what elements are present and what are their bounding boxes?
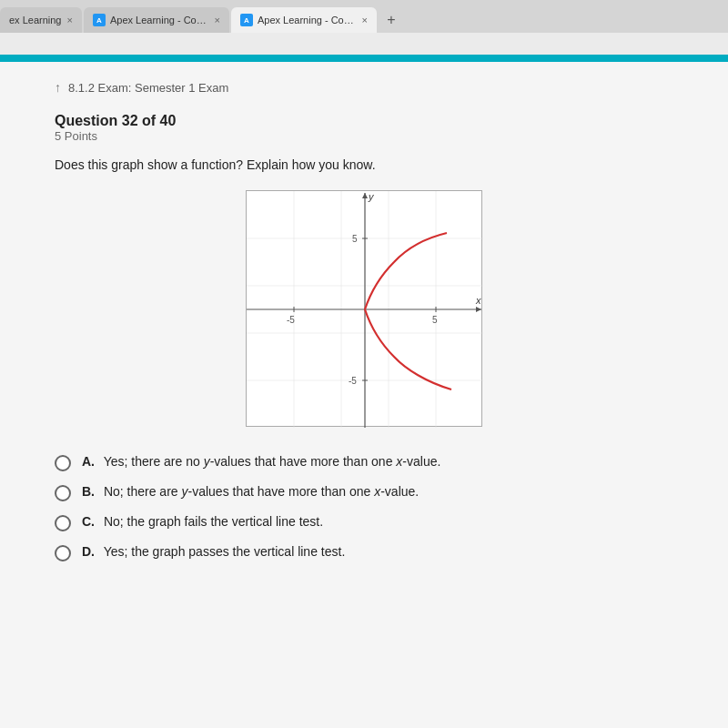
answer-label-d: D. xyxy=(82,544,95,559)
svg-text:y: y xyxy=(368,191,375,202)
breadcrumb-text: 8.1.2 Exam: Semester 1 Exam xyxy=(68,81,228,95)
answer-choice-c[interactable]: C. No; the graph fails the vertical line… xyxy=(55,514,673,531)
tab-3-close[interactable]: × xyxy=(362,15,368,25)
tab-2-title: Apex Learning - Courses xyxy=(110,15,209,25)
answer-choice-b[interactable]: B. No; there are y-values that have more… xyxy=(55,484,673,501)
answer-text-a: A. Yes; there are no y-values that have … xyxy=(82,454,440,469)
answer-label-b: B. xyxy=(82,484,95,499)
answer-label-a: A. xyxy=(82,454,95,469)
radio-a[interactable] xyxy=(55,455,71,471)
svg-marker-9 xyxy=(476,307,481,312)
tab-1-title: ex Learning xyxy=(9,15,62,25)
answer-choices: A. Yes; there are no y-values that have … xyxy=(55,454,673,561)
answer-text-d: D. Yes; the graph passes the vertical li… xyxy=(82,544,345,559)
svg-marker-11 xyxy=(362,193,368,198)
svg-text:5: 5 xyxy=(352,234,358,244)
answer-choice-d[interactable]: D. Yes; the graph passes the vertical li… xyxy=(55,544,673,561)
tab-3[interactable]: A Apex Learning - Courses × xyxy=(231,7,377,33)
browser-chrome: ex Learning × A Apex Learning - Courses … xyxy=(0,0,728,55)
answer-label-c: C. xyxy=(82,514,95,529)
radio-d[interactable] xyxy=(55,545,71,561)
radio-c[interactable] xyxy=(55,515,71,531)
content-area: ↑ 8.1.2 Exam: Semester 1 Exam Question 3… xyxy=(0,62,728,728)
breadcrumb-arrow: ↑ xyxy=(55,80,61,95)
tab-3-icon: A xyxy=(240,14,253,26)
graph-container: x y 5 -5 5 -5 xyxy=(55,190,673,427)
graph-svg: x y 5 -5 5 -5 xyxy=(247,191,483,428)
svg-text:-5: -5 xyxy=(287,315,295,325)
question-header: Question 32 of 40 5 Points xyxy=(55,113,673,143)
tab-2[interactable]: A Apex Learning - Courses × xyxy=(84,7,229,33)
tab-2-icon: A xyxy=(93,14,106,26)
tab-1[interactable]: ex Learning × xyxy=(0,7,82,33)
answer-text-c: C. No; the graph fails the vertical line… xyxy=(82,514,323,529)
tab-3-title: Apex Learning - Courses xyxy=(258,15,357,25)
new-tab-button[interactable]: + xyxy=(379,7,404,33)
breadcrumb: ↑ 8.1.2 Exam: Semester 1 Exam xyxy=(55,80,673,95)
tab-bar: ex Learning × A Apex Learning - Courses … xyxy=(0,0,728,33)
svg-text:-5: -5 xyxy=(349,376,357,386)
svg-text:x: x xyxy=(475,295,481,306)
answer-text-b: B. No; there are y-values that have more… xyxy=(82,484,419,499)
tab-1-close[interactable]: × xyxy=(67,15,73,25)
question-text: Does this graph show a function? Explain… xyxy=(55,157,673,172)
accent-bar xyxy=(0,55,728,62)
svg-text:5: 5 xyxy=(432,315,438,325)
radio-b[interactable] xyxy=(55,485,71,501)
tab-2-close[interactable]: × xyxy=(215,15,220,25)
answer-choice-a[interactable]: A. Yes; there are no y-values that have … xyxy=(55,454,673,471)
browser-toolbar xyxy=(0,33,728,55)
question-points: 5 Points xyxy=(55,129,673,143)
graph-wrapper: x y 5 -5 5 -5 xyxy=(246,190,482,427)
question-title: Question 32 of 40 xyxy=(55,113,673,129)
